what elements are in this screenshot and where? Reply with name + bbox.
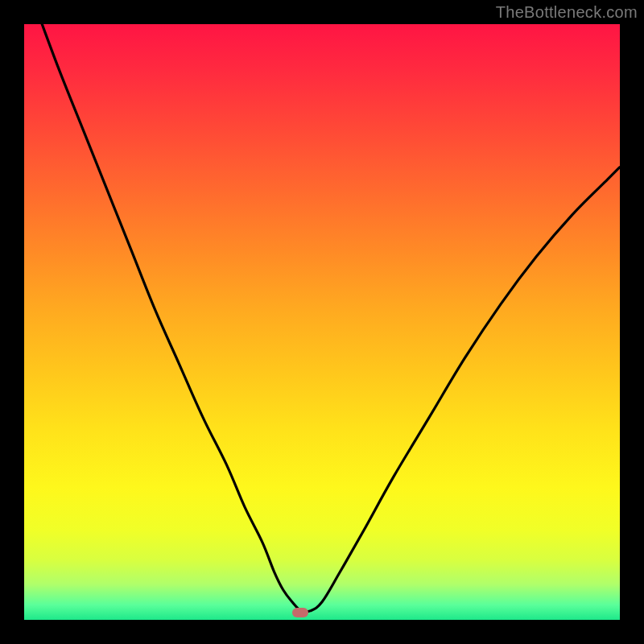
watermark-label: TheBottleneck.com	[496, 3, 638, 22]
chart-frame: TheBottleneck.com	[0, 0, 644, 644]
bottleneck-curve	[42, 24, 620, 612]
plot-area	[24, 24, 620, 620]
bottleneck-curve-svg	[24, 24, 620, 620]
optimal-marker	[292, 608, 308, 617]
